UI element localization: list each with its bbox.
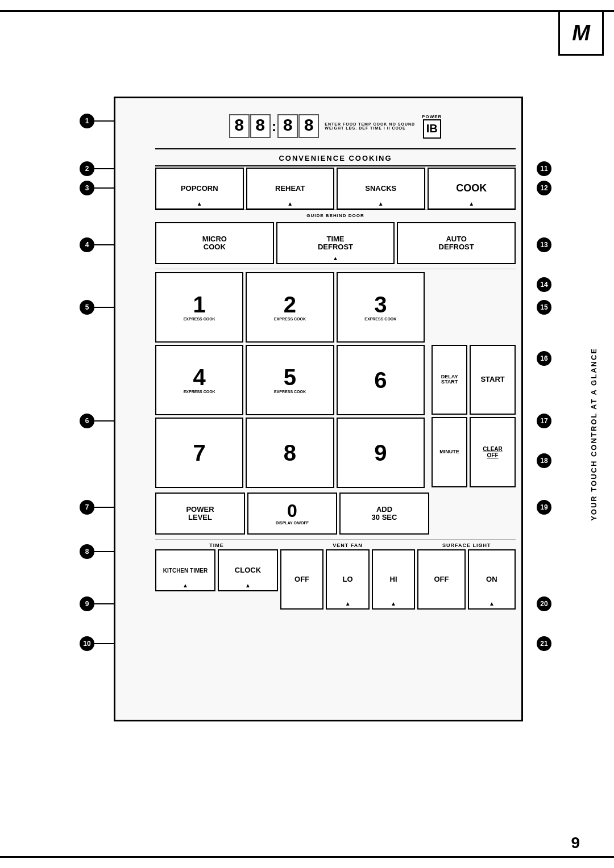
vent-lo-label: LO [343, 575, 353, 583]
vent-hi-arrow: ▲ [391, 600, 396, 607]
clock-button[interactable]: CLOCK ▲ [218, 549, 278, 591]
reheat-label: REHEAT [275, 185, 305, 193]
num2-sublabel: EXPRESS COOK [274, 317, 306, 322]
num8-button[interactable]: 8 [246, 418, 334, 488]
page-number: 9 [571, 834, 580, 852]
vent-hi-label: HI [390, 575, 397, 583]
surface-on-label: ON [486, 575, 497, 583]
cook-button[interactable]: COOK ▲ [428, 168, 516, 210]
num7-button[interactable]: 7 [155, 418, 243, 488]
callout-11: 11 [537, 161, 551, 176]
callout-18: 18 [537, 453, 551, 468]
num4-sublabel: EXPRESS COOK [184, 390, 215, 394]
callout-2: 2 [80, 161, 94, 176]
num2-button[interactable]: 2 EXPRESS COOK [246, 272, 334, 343]
time-defrost-button[interactable]: TIME DEFROST ▲ [276, 222, 395, 264]
side-buttons: DELAY START START MINUTE CLEAR OFF [432, 272, 516, 488]
power-level-row: POWER LEVEL 0 DISPLAY ON/OFF ADD 30 SEC [155, 493, 516, 535]
num5-button[interactable]: 5 EXPRESS COOK [246, 345, 334, 415]
power-level-line2: LEVEL [188, 514, 212, 521]
callout-16: 16 [537, 351, 551, 366]
num6-button[interactable]: 6 [337, 345, 425, 415]
num2-number: 2 [284, 293, 296, 316]
time-defrost-line1: TIME [326, 235, 344, 243]
digit-colon: : [271, 114, 277, 138]
display-label-group: ENTER FOOD TEMP COOK NO SOUND WEIGHT LBS… [325, 122, 415, 130]
callout-6: 6 [80, 414, 94, 428]
popcorn-button[interactable]: POPCORN ▲ [155, 168, 244, 210]
minute-button[interactable]: MINUTE [432, 417, 467, 487]
side-label-text: YOUR TOUCH CONTROL AT A GLANCE [590, 348, 598, 521]
callout-5: 5 [80, 300, 94, 315]
add30-spacer [432, 493, 516, 535]
start-button[interactable]: START [470, 345, 516, 415]
kitchen-timer-arrow: ▲ [182, 582, 188, 589]
num3-button[interactable]: 3 EXPRESS COOK [337, 272, 425, 343]
num9-number: 9 [374, 441, 387, 464]
empty-row-1 [432, 272, 516, 343]
num1-button[interactable]: 1 EXPRESS COOK [155, 272, 243, 343]
micro-cook-button[interactable]: MICRO COOK [155, 222, 274, 264]
surface-on-button[interactable]: ON ▲ [468, 549, 516, 610]
callout-line-6 [94, 420, 114, 422]
callout-17: 17 [537, 414, 551, 428]
num1-sublabel: EXPRESS COOK [184, 317, 215, 322]
row1-buttons: POPCORN ▲ REHEAT ▲ SNACKS ▲ COOK ▲ [155, 168, 516, 210]
reheat-button[interactable]: REHEAT ▲ [246, 168, 335, 210]
add30-line1: ADD [376, 506, 392, 514]
snacks-label: SNACKS [365, 185, 396, 193]
surface-off-button[interactable]: OFF [417, 549, 465, 610]
kitchen-timer-label: KITCHEN TIMER [163, 567, 208, 574]
add30sec-button[interactable]: ADD 30 SEC [339, 493, 429, 535]
callout-19: 19 [537, 500, 551, 515]
clock-arrow: ▲ [245, 582, 251, 589]
vent-hi-button[interactable]: HI ▲ [372, 549, 415, 610]
bottom-section: TIME KITCHEN TIMER ▲ CLOCK ▲ VEN [155, 541, 516, 610]
display-section: 8 8 : 8 8 ENTER FOOD TEMP COOK NO SOUND … [155, 104, 516, 149]
auto-defrost-line2: DEFROST [439, 243, 474, 251]
num8-number: 8 [284, 441, 296, 464]
num9-button[interactable]: 9 [337, 418, 425, 488]
digit-2: 8 [250, 114, 271, 138]
num7-number: 7 [193, 441, 206, 464]
vent-off-button[interactable]: OFF [280, 549, 323, 610]
brand-logo: M [572, 22, 590, 44]
callout-line-9 [94, 603, 114, 604]
snacks-button[interactable]: SNACKS ▲ [337, 168, 425, 210]
surface-light-group: SURFACE LIGHT OFF ON ▲ [417, 541, 516, 610]
logo-area: M [558, 10, 604, 56]
row2-buttons: MICRO COOK TIME DEFROST ▲ AUTO DEFROST [155, 222, 516, 264]
time-defrost-arrow: ▲ [333, 255, 338, 261]
surface-btns: OFF ON ▲ [417, 549, 516, 610]
separator-2 [155, 539, 516, 540]
callout-7: 7 [80, 500, 94, 515]
minute-label: MINUTE [439, 449, 459, 455]
clock-label: CLOCK [235, 566, 261, 574]
callout-21: 21 [537, 636, 551, 651]
power-sound-area: POWER IB [422, 114, 442, 139]
minute-clearoff-row: MINUTE CLEAR OFF [432, 417, 516, 487]
time-defrost-line2: DEFROST [318, 243, 353, 251]
cook-arrow: ▲ [468, 201, 474, 207]
power-level-button[interactable]: POWER LEVEL [155, 493, 245, 535]
page-border-top [0, 10, 614, 12]
clear-off-button[interactable]: CLEAR OFF [470, 417, 516, 487]
popcorn-label: POPCORN [181, 185, 218, 193]
surface-light-label: SURFACE LIGHT [417, 541, 516, 549]
kitchen-timer-button[interactable]: KITCHEN TIMER ▲ [155, 549, 215, 591]
separator-1 [155, 269, 516, 269]
time-group: TIME KITCHEN TIMER ▲ CLOCK ▲ [155, 541, 278, 610]
vent-lo-button[interactable]: LO ▲ [326, 549, 369, 610]
callout-1: 1 [80, 114, 94, 128]
num3-number: 3 [374, 293, 387, 316]
auto-defrost-button[interactable]: AUTO DEFROST [397, 222, 516, 264]
display-label-row1: ENTER FOOD TEMP COOK NO SOUND [325, 122, 415, 126]
delay-start-button[interactable]: DELAY START [432, 345, 467, 415]
vent-btns: OFF LO ▲ HI ▲ [280, 549, 415, 610]
zero-button[interactable]: 0 DISPLAY ON/OFF [247, 493, 337, 535]
reheat-arrow: ▲ [287, 201, 293, 207]
power-label: POWER [422, 114, 442, 119]
callout-8: 8 [80, 544, 94, 559]
delay-start-line2: START [441, 379, 458, 385]
num4-button[interactable]: 4 EXPRESS COOK [155, 345, 243, 415]
